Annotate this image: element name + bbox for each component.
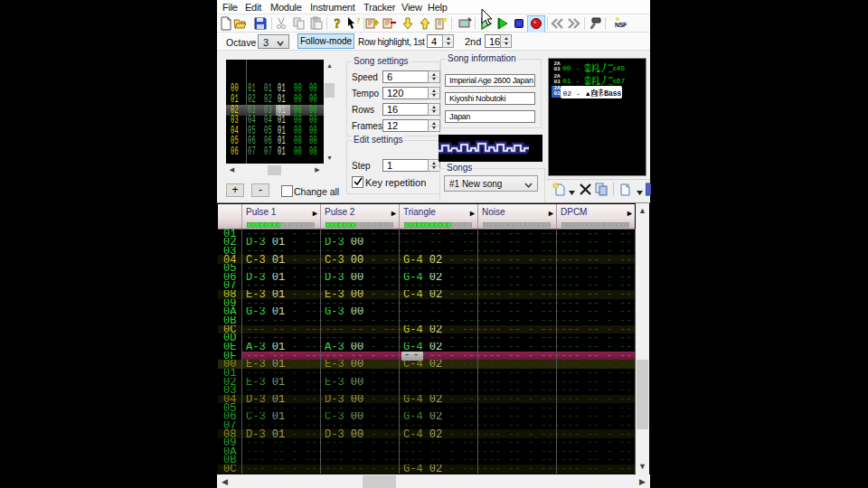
svg-text:?: ?	[334, 17, 340, 31]
svg-text:?: ?	[356, 16, 360, 25]
svg-text:NSF: NSF	[615, 22, 627, 28]
